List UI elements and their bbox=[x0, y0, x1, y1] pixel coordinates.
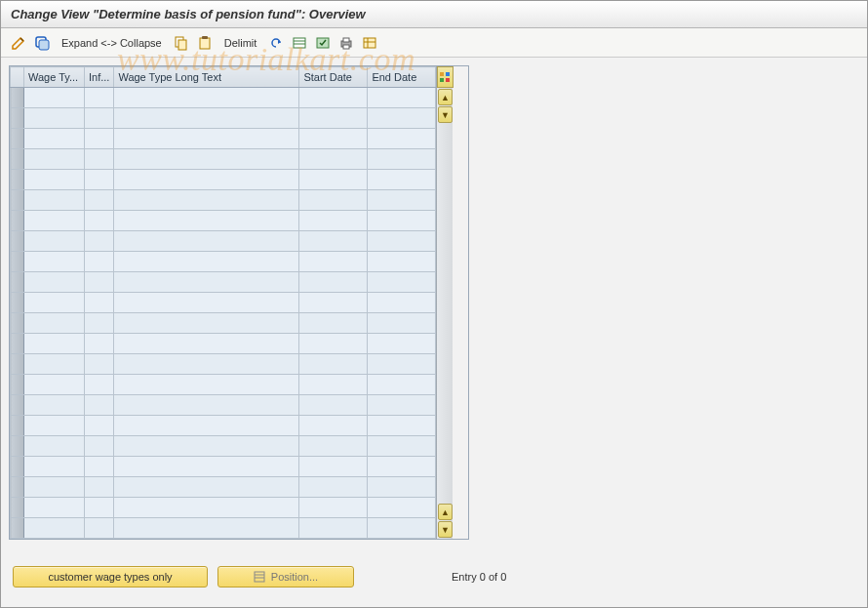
grid-cell[interactable] bbox=[299, 252, 368, 272]
grid-cell[interactable] bbox=[85, 88, 114, 108]
grid-cell[interactable] bbox=[85, 231, 114, 252]
export-icon[interactable] bbox=[360, 33, 379, 53]
grid-cell[interactable] bbox=[24, 252, 85, 272]
grid-cell[interactable] bbox=[114, 170, 299, 190]
row-selector[interactable] bbox=[11, 149, 24, 170]
grid-cell[interactable] bbox=[85, 354, 114, 375]
grid-cell[interactable] bbox=[299, 88, 368, 108]
grid-cell[interactable] bbox=[85, 272, 114, 293]
grid-cell[interactable] bbox=[85, 170, 114, 190]
grid-cell[interactable] bbox=[114, 436, 299, 457]
row-selector[interactable] bbox=[11, 334, 24, 354]
grid-cell[interactable] bbox=[24, 293, 85, 313]
row-selector[interactable] bbox=[11, 313, 24, 334]
grid-cell[interactable] bbox=[24, 416, 85, 436]
grid-cell[interactable] bbox=[114, 293, 299, 313]
grid-cell[interactable] bbox=[24, 334, 85, 354]
grid-cell[interactable] bbox=[114, 416, 299, 436]
scroll-down-icon[interactable]: ▼ bbox=[438, 106, 453, 123]
grid-cell[interactable] bbox=[368, 108, 436, 129]
position-button[interactable]: Position... bbox=[217, 566, 354, 588]
row-selector[interactable] bbox=[11, 395, 24, 416]
grid-cell[interactable] bbox=[114, 518, 299, 539]
customer-wage-types-button[interactable]: customer wage types only bbox=[13, 566, 208, 588]
row-selector[interactable] bbox=[11, 518, 24, 539]
grid-cell[interactable] bbox=[24, 108, 85, 129]
grid-cell[interactable] bbox=[24, 518, 85, 539]
grid-cell[interactable] bbox=[24, 395, 85, 416]
grid-cell[interactable] bbox=[85, 129, 114, 149]
grid-cell[interactable] bbox=[24, 231, 85, 252]
vertical-scrollbar[interactable]: ▲ ▼ ▲ ▼ bbox=[436, 66, 453, 539]
grid-cell[interactable] bbox=[299, 334, 368, 354]
grid-cell[interactable] bbox=[368, 293, 436, 313]
grid-cell[interactable] bbox=[368, 436, 436, 457]
grid-cell[interactable] bbox=[299, 457, 368, 477]
grid-cell[interactable] bbox=[368, 416, 436, 436]
grid-cell[interactable] bbox=[114, 498, 299, 518]
grid-cell[interactable] bbox=[368, 518, 436, 539]
grid-cell[interactable] bbox=[85, 313, 114, 334]
grid-cell[interactable] bbox=[24, 129, 85, 149]
grid-cell[interactable] bbox=[299, 436, 368, 457]
column-header[interactable]: Inf... bbox=[85, 67, 114, 88]
grid-cell[interactable] bbox=[368, 129, 436, 149]
grid-cell[interactable] bbox=[368, 211, 436, 231]
grid-cell[interactable] bbox=[114, 211, 299, 231]
grid-cell[interactable] bbox=[299, 477, 368, 498]
grid-cell[interactable] bbox=[85, 477, 114, 498]
grid-cell[interactable] bbox=[368, 477, 436, 498]
column-header[interactable] bbox=[11, 67, 24, 88]
grid-cell[interactable] bbox=[368, 190, 436, 211]
grid-cell[interactable] bbox=[85, 252, 114, 272]
grid-cell[interactable] bbox=[85, 149, 114, 170]
grid-cell[interactable] bbox=[299, 498, 368, 518]
grid-cell[interactable] bbox=[114, 457, 299, 477]
grid-cell[interactable] bbox=[85, 395, 114, 416]
column-header[interactable]: Wage Type Long Text bbox=[114, 67, 299, 88]
scroll-up-bottom-icon[interactable]: ▲ bbox=[438, 504, 453, 520]
grid-cell[interactable] bbox=[299, 108, 368, 129]
grid-cell[interactable] bbox=[368, 252, 436, 272]
grid-cell[interactable] bbox=[85, 416, 114, 436]
grid-cell[interactable] bbox=[24, 272, 85, 293]
row-selector[interactable] bbox=[11, 170, 24, 190]
row-selector[interactable] bbox=[11, 436, 24, 457]
grid-cell[interactable] bbox=[368, 313, 436, 334]
column-header[interactable]: Start Date bbox=[299, 67, 368, 88]
grid-cell[interactable] bbox=[114, 231, 299, 252]
row-selector[interactable] bbox=[11, 88, 24, 108]
row-selector[interactable] bbox=[11, 354, 24, 375]
row-selector[interactable] bbox=[11, 498, 24, 518]
grid-cell[interactable] bbox=[114, 354, 299, 375]
selection-icon[interactable] bbox=[313, 33, 333, 53]
undo-icon[interactable] bbox=[266, 33, 286, 53]
copy-icon[interactable] bbox=[172, 33, 191, 53]
grid-cell[interactable] bbox=[85, 293, 114, 313]
grid-cell[interactable] bbox=[299, 272, 368, 293]
column-header[interactable]: Wage Ty... bbox=[24, 67, 85, 88]
grid-cell[interactable] bbox=[368, 375, 436, 395]
grid-cell[interactable] bbox=[85, 190, 114, 211]
row-selector[interactable] bbox=[11, 293, 24, 313]
grid-cell[interactable] bbox=[24, 477, 85, 498]
grid-cell[interactable] bbox=[85, 498, 114, 518]
grid-cell[interactable] bbox=[368, 88, 436, 108]
grid-cell[interactable] bbox=[24, 211, 85, 231]
grid-cell[interactable] bbox=[368, 149, 436, 170]
grid-cell[interactable] bbox=[24, 498, 85, 518]
grid-cell[interactable] bbox=[299, 149, 368, 170]
grid-cell[interactable] bbox=[85, 518, 114, 539]
grid-cell[interactable] bbox=[299, 518, 368, 539]
grid-cell[interactable] bbox=[85, 436, 114, 457]
row-selector[interactable] bbox=[11, 477, 24, 498]
row-selector[interactable] bbox=[11, 129, 24, 149]
grid-cell[interactable] bbox=[114, 129, 299, 149]
grid-cell[interactable] bbox=[24, 354, 85, 375]
grid-cell[interactable] bbox=[114, 375, 299, 395]
grid-cell[interactable] bbox=[299, 375, 368, 395]
grid-settings-icon[interactable] bbox=[437, 66, 454, 88]
grid-cell[interactable] bbox=[299, 416, 368, 436]
grid-cell[interactable] bbox=[114, 108, 299, 129]
grid-cell[interactable] bbox=[114, 190, 299, 211]
